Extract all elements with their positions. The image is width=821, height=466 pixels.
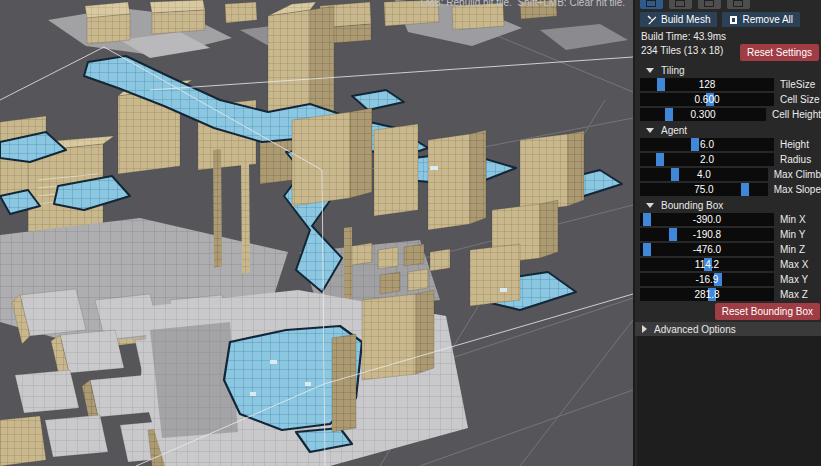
slider-row: 114.2 Max X [640, 258, 821, 271]
toolbar-button-4[interactable] [727, 0, 750, 9]
binoculars-icon [704, 0, 714, 7]
slider-value: 0.300 [640, 108, 766, 121]
triangle-down-icon [646, 68, 654, 73]
section-title: Tiling [661, 65, 685, 76]
slider-label: Max Y [780, 274, 808, 285]
slider-label: Max Climb [774, 169, 821, 180]
slider-label: Height [780, 139, 809, 150]
triangle-down-icon [646, 128, 654, 133]
slider-value: 114.2 [640, 258, 774, 271]
slider-label: Cell Height [772, 109, 821, 120]
agent-radius-slider[interactable]: 2.0 [640, 153, 774, 166]
slider-value: 128 [640, 78, 774, 91]
min-z-slider[interactable]: -476.0 [640, 243, 774, 256]
slider-label: Max Z [780, 289, 808, 300]
slider-value: 281.8 [640, 288, 774, 301]
slider-value: -390.0 [640, 213, 774, 226]
build-time-text: Build Time: 43.9ms [641, 30, 821, 43]
reset-bounding-box-button[interactable]: Reset Bounding Box [715, 303, 820, 320]
cell-height-slider[interactable]: 0.300 [640, 108, 766, 121]
slider-label: Cell Size [780, 94, 819, 105]
section-header-bounding-box[interactable]: Bounding Box [646, 199, 821, 211]
toolbar-button-2[interactable] [669, 0, 692, 9]
slider-label: Radius [780, 154, 811, 165]
slider-label: Min X [780, 214, 806, 225]
slider-row: 4.0 Max Climb [640, 168, 821, 181]
viewport-help-text: LMB: Rebuild hit tile. Shift+LMB: Clear … [420, 0, 625, 8]
section-header-tiling[interactable]: Tiling [646, 64, 821, 76]
navmesh-scene [0, 0, 633, 466]
cell-size-slider[interactable]: 0.600 [640, 93, 774, 106]
build-mesh-button[interactable]: Build Mesh [640, 12, 717, 27]
advanced-options-label: Advanced Options [654, 324, 736, 335]
slider-row: 128 TileSize [640, 78, 821, 91]
slider-label: Max Slope [774, 184, 821, 195]
section-header-agent[interactable]: Agent [646, 124, 821, 136]
remove-all-button[interactable]: Remove All [722, 12, 800, 27]
slider-row: -190.8 Min Y [640, 228, 821, 241]
slider-row: 2.0 Radius [640, 153, 821, 166]
slider-row: 0.300 Cell Height [640, 108, 821, 121]
remove-icon [729, 15, 738, 25]
slider-row: 6.0 Height [640, 138, 821, 151]
settings-panel: Build Mesh Remove All Build Time: 43.9ms… [633, 0, 821, 466]
slider-value: -476.0 [640, 243, 774, 256]
max-climb-slider[interactable]: 4.0 [640, 168, 768, 181]
build-mesh-label: Build Mesh [661, 14, 710, 25]
slider-label: Min Z [780, 244, 805, 255]
section-title: Bounding Box [661, 200, 723, 211]
max-slope-slider[interactable]: 75.0 [640, 183, 768, 196]
slider-row: 0.600 Cell Size [640, 93, 821, 106]
slider-label: TileSize [780, 79, 815, 90]
slider-value: 75.0 [640, 183, 768, 196]
slider-row: 75.0 Max Slope [640, 183, 821, 196]
slider-value: 0.600 [640, 93, 774, 106]
toolbar [640, 0, 821, 9]
toolbar-button-1[interactable] [640, 0, 663, 9]
agent-height-slider[interactable]: 6.0 [640, 138, 774, 151]
panel-empty-area [637, 336, 821, 466]
triangle-right-icon [642, 325, 647, 333]
slider-row: -476.0 Min Z [640, 243, 821, 256]
max-y-slider[interactable]: -16.9 [640, 273, 774, 286]
wrench-icon [647, 15, 657, 25]
tile-size-slider[interactable]: 128 [640, 78, 774, 91]
panel-icon [646, 0, 656, 7]
app-window: LMB: Rebuild hit tile. Shift+LMB: Clear … [0, 0, 821, 466]
section-title: Agent [661, 125, 687, 136]
slider-label: Max X [780, 259, 808, 270]
slider-value: 4.0 [640, 168, 768, 181]
slider-value: -16.9 [640, 273, 774, 286]
max-x-slider[interactable]: 114.2 [640, 258, 774, 271]
reset-settings-button[interactable]: Reset Settings [740, 44, 819, 61]
tool-icon [733, 0, 743, 7]
triangle-down-icon [646, 203, 654, 208]
slider-value: 2.0 [640, 153, 774, 166]
advanced-options-header[interactable]: Advanced Options [635, 322, 821, 336]
toolbar-button-3[interactable] [698, 0, 721, 9]
magnifier-icon [675, 0, 685, 7]
slider-row: 281.8 Max Z [640, 288, 821, 301]
tiles-count-text: 234 Tiles (13 x 18) [641, 44, 723, 57]
slider-row: -16.9 Max Y [640, 273, 821, 286]
viewport-3d[interactable]: LMB: Rebuild hit tile. Shift+LMB: Clear … [0, 0, 633, 466]
mesh-buttons-row: Build Mesh Remove All [640, 12, 821, 27]
slider-value: 6.0 [640, 138, 774, 151]
min-y-slider[interactable]: -190.8 [640, 228, 774, 241]
slider-row: -390.0 Min X [640, 213, 821, 226]
remove-all-label: Remove All [742, 14, 793, 25]
slider-value: -190.8 [640, 228, 774, 241]
max-z-slider[interactable]: 281.8 [640, 288, 774, 301]
min-x-slider[interactable]: -390.0 [640, 213, 774, 226]
slider-label: Min Y [780, 229, 805, 240]
